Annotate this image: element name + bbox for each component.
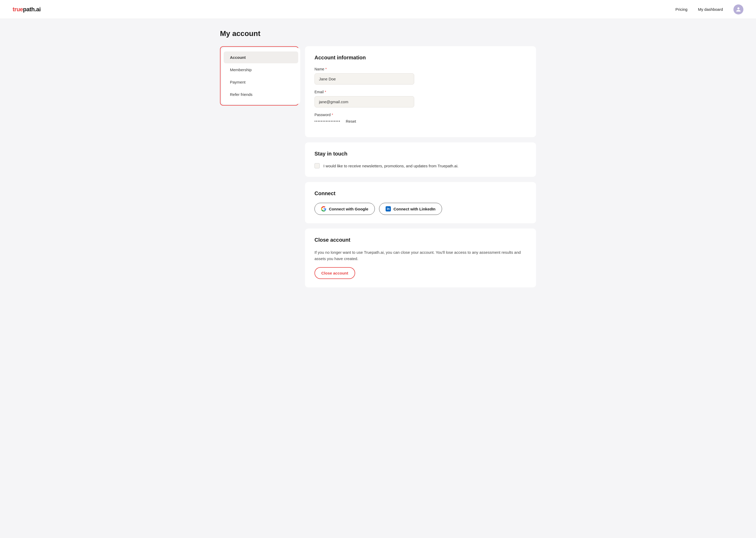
stay-in-touch-title: Stay in touch xyxy=(314,151,527,157)
sidebar-item-refer-friends[interactable]: Refer friends xyxy=(224,88,298,100)
connect-buttons: Connect with Google in Connect with Link… xyxy=(314,203,527,215)
password-group: Password * •••••••••••••••• Reset xyxy=(314,113,527,124)
sidebar-item-payment[interactable]: Payment xyxy=(224,76,298,88)
stay-in-touch-card: Stay in touch I would like to receive ne… xyxy=(305,142,536,177)
connect-linkedin-label: Connect with LinkedIn xyxy=(394,207,436,211)
header: truepath.ai Pricing My dashboard xyxy=(0,0,756,19)
google-icon xyxy=(321,206,326,211)
main-content: Account information Name * Email * xyxy=(305,46,536,288)
email-group: Email * xyxy=(314,90,527,107)
close-account-button[interactable]: Close account xyxy=(314,267,355,279)
email-required: * xyxy=(325,90,326,94)
close-account-actions: Close account xyxy=(314,267,527,279)
page-title: My account xyxy=(220,29,536,38)
sidebar-item-membership[interactable]: Membership xyxy=(224,64,298,76)
reset-password-link[interactable]: Reset xyxy=(346,119,356,124)
logo-path: path.ai xyxy=(23,6,41,13)
logo[interactable]: truepath.ai xyxy=(13,6,41,13)
newsletter-label: I would like to receive newsletters, pro… xyxy=(323,164,458,168)
avatar[interactable] xyxy=(733,4,743,15)
logo-true: true xyxy=(13,6,23,13)
name-group: Name * xyxy=(314,67,527,84)
user-icon xyxy=(736,7,741,12)
close-account-description: If you no longer want to use Truepath.ai… xyxy=(314,249,527,262)
sidebar: Account Membership Payment Refer friends xyxy=(221,48,300,104)
newsletter-checkbox[interactable] xyxy=(314,163,320,168)
connect-linkedin-button[interactable]: in Connect with LinkedIn xyxy=(379,203,442,215)
connect-google-button[interactable]: Connect with Google xyxy=(314,203,375,215)
password-label: Password * xyxy=(314,113,527,117)
layout: Account Membership Payment Refer friends… xyxy=(220,46,536,288)
page: My account Account Membership Payment Re… xyxy=(208,19,548,298)
name-label: Name * xyxy=(314,67,527,71)
pricing-link[interactable]: Pricing xyxy=(676,7,687,12)
email-label: Email * xyxy=(314,90,527,94)
name-input[interactable] xyxy=(314,73,414,84)
connect-card: Connect Connect with Google in Conne xyxy=(305,182,536,223)
sidebar-wrapper: Account Membership Payment Refer friends xyxy=(220,46,299,106)
name-required: * xyxy=(325,67,327,71)
connect-google-label: Connect with Google xyxy=(329,207,368,211)
close-account-title: Close account xyxy=(314,237,527,243)
header-nav: Pricing My dashboard xyxy=(676,4,743,15)
close-account-card: Close account If you no longer want to u… xyxy=(305,229,536,288)
account-info-card: Account information Name * Email * xyxy=(305,46,536,137)
newsletter-checkbox-row: I would like to receive newsletters, pro… xyxy=(314,163,527,168)
password-row: •••••••••••••••• Reset xyxy=(314,119,527,124)
linkedin-icon: in xyxy=(386,206,391,211)
dashboard-link[interactable]: My dashboard xyxy=(698,7,723,12)
password-required: * xyxy=(332,113,333,117)
sidebar-item-account[interactable]: Account xyxy=(224,51,298,63)
password-dots: •••••••••••••••• xyxy=(314,120,341,123)
connect-title: Connect xyxy=(314,190,527,196)
email-input[interactable] xyxy=(314,96,414,107)
account-info-title: Account information xyxy=(314,55,527,61)
